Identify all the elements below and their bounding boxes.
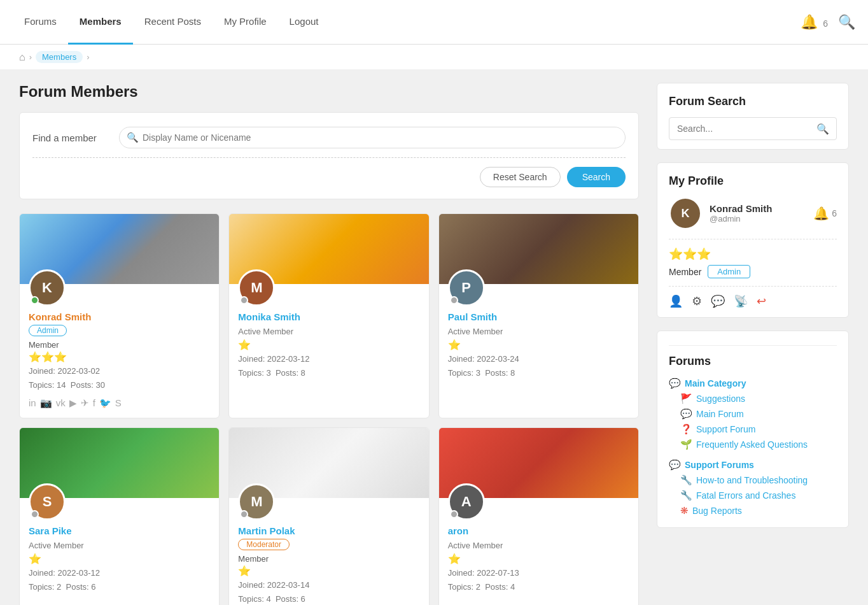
faq-link[interactable]: Frequently Asked Questions bbox=[696, 439, 808, 450]
profile-rss-icon[interactable]: 📡 bbox=[734, 294, 748, 308]
instagram-icon[interactable]: 📷 bbox=[40, 397, 52, 409]
member-joined: Joined: 2022-03-02 bbox=[29, 364, 210, 378]
member-avatar-wrap: M bbox=[238, 483, 275, 520]
member-name[interactable]: aron bbox=[448, 525, 629, 536]
nav-members[interactable]: Members bbox=[68, 0, 133, 45]
notification-count: 6 bbox=[823, 18, 828, 29]
member-avatar-wrap: M bbox=[238, 269, 275, 306]
telegram-icon[interactable]: ✈ bbox=[81, 397, 89, 409]
forum-search-input-wrap: 🔍 bbox=[669, 117, 837, 140]
fatal-errors-link[interactable]: Fatal Errors and Crashes bbox=[696, 490, 795, 501]
profile-name: Konrad Smith bbox=[710, 203, 772, 214]
notification-bell[interactable]: 🔔 6 bbox=[801, 14, 828, 31]
member-name[interactable]: Monika Smith bbox=[238, 311, 419, 322]
profile-info: Konrad Smith @admin bbox=[710, 203, 772, 224]
support-forum-icon: ❓ bbox=[680, 424, 692, 435]
suggestions-link[interactable]: Suggestions bbox=[696, 394, 745, 404]
member-topics-posts: Topics: 2 Posts: 4 bbox=[448, 580, 629, 594]
profile-person-icon[interactable]: 👤 bbox=[669, 294, 683, 308]
member-card: A aron Active Member ⭐ Joined: 2022-07-1… bbox=[438, 427, 639, 605]
howto-link[interactable]: How-to and Troubleshooting bbox=[696, 475, 808, 485]
forum-list-item: 💬 Main Forum bbox=[669, 406, 837, 422]
member-avatar-wrap: K bbox=[29, 269, 66, 306]
profile-member-label: Member bbox=[669, 267, 701, 277]
profile-admin-badge: Admin bbox=[708, 265, 750, 278]
support-forums-link[interactable]: Support Forums bbox=[685, 460, 754, 470]
skype-icon[interactable]: S bbox=[115, 397, 122, 409]
faq-icon: 🌱 bbox=[680, 439, 692, 450]
linkedin-icon[interactable]: in bbox=[29, 397, 36, 409]
breadcrumb-current: Members bbox=[36, 51, 83, 63]
search-button[interactable]: Search bbox=[567, 167, 626, 187]
member-badge: Admin bbox=[29, 325, 67, 336]
member-topics-posts: Topics: 3 Posts: 8 bbox=[238, 366, 419, 380]
twitter-icon[interactable]: 🐦 bbox=[99, 397, 111, 409]
breadcrumb-sep2: › bbox=[87, 52, 89, 62]
status-dot bbox=[450, 510, 458, 518]
member-name[interactable]: Konrad Smith bbox=[29, 311, 210, 322]
member-stars: ⭐⭐⭐ bbox=[29, 351, 210, 363]
forum-search-input[interactable] bbox=[669, 117, 837, 140]
member-socials: in 📷 vk ▶ ✈ f 🐦 S bbox=[29, 397, 210, 409]
member-joined: Joined: 2022-07-13 bbox=[448, 566, 629, 580]
member-joined: Joined: 2022-03-12 bbox=[238, 352, 419, 366]
main-category-link[interactable]: Main Category bbox=[685, 378, 746, 388]
profile-exit-icon[interactable]: ↩ bbox=[757, 294, 766, 308]
member-stars: ⭐ bbox=[448, 339, 629, 351]
forum-list: 💬 Main Category 🚩 Suggestions 💬 Main For… bbox=[669, 376, 837, 518]
main-layout: Forum Members Find a member 🔍 Reset Sear… bbox=[0, 70, 868, 605]
bell-icon: 🔔 bbox=[801, 14, 818, 30]
member-avatar-wrap: A bbox=[448, 483, 485, 520]
member-stars: ⭐ bbox=[238, 339, 419, 351]
forum-list-item: 🌱 Frequently Asked Questions bbox=[669, 437, 837, 452]
profile-chat-icon[interactable]: 💬 bbox=[711, 294, 725, 308]
member-card: P Paul Smith Active Member ⭐ Joined: 202… bbox=[438, 213, 639, 418]
suggestions-icon: 🚩 bbox=[680, 393, 692, 404]
nav-my-profile[interactable]: My Profile bbox=[213, 0, 278, 45]
profile-notification[interactable]: 🔔 6 bbox=[813, 206, 837, 221]
member-topics-posts: Topics: 14 Posts: 30 bbox=[29, 378, 210, 392]
search-icon-top[interactable]: 🔍 bbox=[838, 14, 855, 31]
member-stars: ⭐ bbox=[29, 553, 210, 565]
profile-stars: ⭐⭐⭐ bbox=[669, 247, 837, 261]
home-icon[interactable]: ⌂ bbox=[19, 52, 25, 63]
find-member-row: Find a member 🔍 bbox=[32, 127, 626, 148]
facebook-icon[interactable]: f bbox=[93, 397, 95, 409]
forum-category: 💬 Support Forums bbox=[669, 457, 837, 473]
status-dot bbox=[450, 296, 458, 304]
youtube-icon[interactable]: ▶ bbox=[69, 397, 77, 409]
main-forum-link[interactable]: Main Forum bbox=[696, 409, 744, 419]
member-joined: Joined: 2022-03-24 bbox=[448, 352, 629, 366]
nav-recent-posts[interactable]: Recent Posts bbox=[133, 0, 213, 45]
member-card-body: Paul Smith Active Member ⭐ Joined: 2022-… bbox=[439, 306, 638, 389]
member-card: K Konrad Smith Admin Member ⭐⭐⭐ Joined: … bbox=[19, 213, 220, 418]
status-dot bbox=[31, 296, 39, 304]
member-name[interactable]: Martin Polak bbox=[238, 525, 419, 536]
member-role: Active Member bbox=[238, 325, 419, 339]
reset-search-button[interactable]: Reset Search bbox=[480, 167, 561, 187]
find-member-buttons: Reset Search Search bbox=[32, 167, 626, 187]
breadcrumb: ⌂ › Members › bbox=[0, 45, 868, 70]
main-category-label: 💬 Main Category bbox=[669, 378, 837, 389]
member-role: Active Member bbox=[29, 539, 210, 553]
bug-reports-link[interactable]: Bug Reports bbox=[692, 506, 742, 516]
nav-forums[interactable]: Forums bbox=[13, 0, 68, 45]
member-card-body: Sara Pike Active Member ⭐ Joined: 2022-0… bbox=[20, 520, 219, 603]
support-forum-link[interactable]: Support Forum bbox=[696, 424, 755, 434]
member-badge: Moderator bbox=[238, 539, 290, 550]
profile-settings-icon[interactable]: ⚙ bbox=[692, 294, 702, 308]
find-member-input[interactable] bbox=[119, 127, 626, 148]
member-role: Member bbox=[238, 554, 419, 564]
profile-notif-count: 6 bbox=[832, 208, 837, 218]
forum-list-item: 🔧 Fatal Errors and Crashes bbox=[669, 488, 837, 503]
member-name[interactable]: Paul Smith bbox=[448, 311, 629, 322]
profile-row: K Konrad Smith @admin 🔔 6 bbox=[669, 197, 837, 239]
vk-icon[interactable]: vk bbox=[56, 397, 66, 409]
forum-list-item: ❋ Bug Reports bbox=[669, 503, 837, 518]
member-name[interactable]: Sara Pike bbox=[29, 525, 210, 536]
member-joined: Joined: 2022-03-14 bbox=[238, 578, 419, 592]
find-member-label: Find a member bbox=[32, 132, 109, 143]
member-card: M Martin Polak Moderator Member ⭐ Joined… bbox=[228, 427, 429, 605]
profile-member-row: Member Admin bbox=[669, 265, 837, 287]
nav-logout[interactable]: Logout bbox=[278, 0, 330, 45]
